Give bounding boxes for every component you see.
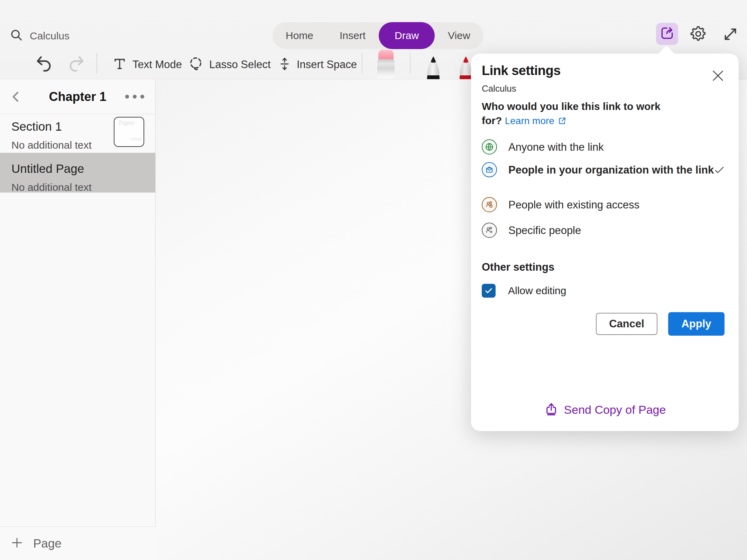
plus-icon (10, 536, 24, 551)
page-subtitle: No additional text (11, 181, 155, 193)
redo-button[interactable] (66, 54, 86, 75)
notebook-search[interactable]: Calculus (10, 28, 70, 44)
expand-icon (722, 26, 739, 44)
chevron-left-icon (9, 90, 23, 104)
undo-button[interactable] (35, 54, 54, 75)
share-icon (660, 26, 675, 42)
option-existing-access[interactable]: People with existing access (482, 197, 639, 213)
checkbox-checked-icon (482, 284, 496, 298)
share-button[interactable] (656, 23, 678, 45)
back-button[interactable] (8, 89, 24, 105)
page-thumbnail: Trigno cosec (114, 117, 144, 147)
send-copy-label: Send Copy of Page (564, 403, 666, 417)
ellipsis-icon (125, 95, 129, 99)
send-copy-button[interactable]: Send Copy of Page (471, 398, 739, 422)
option-people-in-organization[interactable]: People in your organization with the lin… (482, 162, 714, 178)
black-pen-icon (425, 56, 441, 79)
search-icon (10, 28, 24, 44)
onenote-app: Calculus Home Insert Draw View (0, 0, 747, 560)
page-list-item-section1[interactable]: Section 1 No additional text Trigno cose… (0, 114, 155, 153)
black-pen-tool[interactable] (425, 56, 441, 79)
add-page-button[interactable]: Page (0, 526, 156, 560)
option-specific-people[interactable]: Specific people (482, 223, 581, 238)
gear-icon (689, 25, 707, 44)
allow-editing-label: Allow editing (508, 285, 566, 297)
close-icon (710, 68, 726, 84)
lasso-icon (188, 56, 204, 73)
other-settings-heading: Other settings (482, 261, 554, 273)
settings-button[interactable] (689, 26, 707, 44)
insert-space-button[interactable]: Insert Space (278, 54, 357, 75)
toolbar-divider (410, 53, 411, 74)
add-page-label: Page (33, 536, 62, 550)
toolbar-divider (96, 53, 97, 74)
briefcase-icon (482, 162, 497, 177)
allow-editing-checkbox[interactable]: Allow editing (482, 284, 566, 298)
option-anyone-with-link[interactable]: Anyone with the link (482, 139, 604, 155)
ribbon-tabs: Home Insert Draw View (273, 22, 483, 49)
link-settings-dialog: Link settings Calculus Who would you lik… (471, 54, 739, 431)
fullscreen-button[interactable] (722, 26, 739, 44)
notebook-name: Calculus (30, 30, 70, 42)
section-more-button[interactable] (124, 91, 146, 102)
cancel-button[interactable]: Cancel (596, 313, 657, 335)
globe-icon (482, 139, 497, 155)
sidebar-header: Chapter 1 (0, 80, 155, 114)
tab-insert[interactable]: Insert (326, 22, 379, 49)
dialog-title: Link settings (482, 63, 561, 78)
undo-icon (35, 54, 54, 75)
person-add-icon (482, 223, 497, 238)
tab-home[interactable]: Home (273, 22, 326, 49)
page-title: Untitled Page (11, 162, 155, 176)
close-button[interactable] (710, 67, 726, 84)
page-sidebar: Chapter 1 Section 1 No additional text T… (0, 80, 156, 560)
lasso-select-button[interactable]: Lasso Select (188, 54, 271, 75)
redo-icon (66, 54, 86, 75)
apply-button[interactable]: Apply (668, 312, 725, 336)
learn-more-link[interactable]: Learn more (505, 115, 567, 126)
external-link-icon (557, 116, 567, 126)
selected-check-icon (713, 164, 726, 178)
dialog-question: Who would you like this link to work for… (482, 99, 668, 128)
page-list-item-untitled[interactable]: Untitled Page No additional text (0, 153, 155, 193)
people-lock-icon (482, 197, 497, 212)
eraser-tool[interactable] (377, 50, 395, 79)
insert-space-icon (278, 57, 291, 73)
tab-draw[interactable]: Draw (379, 22, 435, 49)
send-copy-icon (544, 402, 559, 418)
tab-view[interactable]: View (435, 22, 483, 49)
text-mode-button[interactable]: Text Mode (112, 54, 182, 75)
toolbar-divider (362, 53, 362, 74)
dialog-notebook-name: Calculus (482, 83, 516, 94)
text-mode-icon (112, 57, 127, 73)
